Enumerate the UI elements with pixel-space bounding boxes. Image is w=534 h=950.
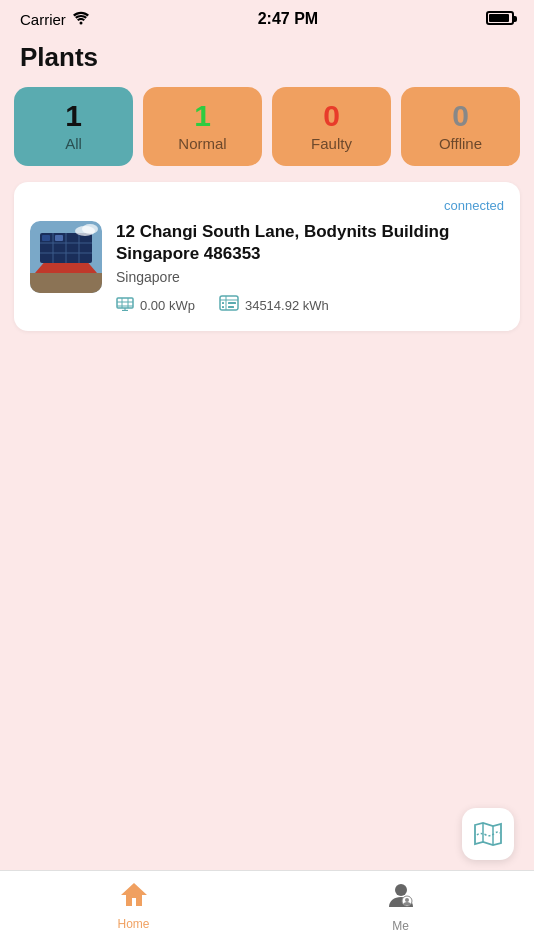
svg-rect-11 — [55, 235, 63, 241]
svg-point-31 — [395, 884, 407, 896]
home-label: Home — [117, 917, 149, 931]
plant-list: connected — [0, 182, 534, 331]
plant-info: 12 Changi South Lane, Bodynits Building … — [116, 221, 504, 315]
plant-location: Singapore — [116, 269, 504, 285]
capacity-stat: 0.00 kWp — [116, 295, 195, 315]
svg-marker-30 — [121, 883, 147, 906]
energy-stat: 34514.92 kWh — [219, 295, 329, 315]
status-bar: Carrier 2:47 PM — [0, 0, 534, 34]
faulty-count: 0 — [323, 101, 340, 131]
filter-tiles: 1 All 1 Normal 0 Faulty 0 Offline — [0, 87, 534, 182]
svg-rect-25 — [228, 306, 234, 308]
tab-bar: Home Me — [0, 870, 534, 950]
time-display: 2:47 PM — [258, 10, 318, 28]
page-title: Plants — [20, 42, 514, 73]
filter-tile-all[interactable]: 1 All — [14, 87, 133, 166]
svg-rect-27 — [222, 306, 224, 308]
normal-count: 1 — [194, 101, 211, 131]
svg-rect-24 — [228, 302, 236, 304]
svg-point-13 — [82, 224, 98, 234]
connected-badge: connected — [444, 198, 504, 213]
tab-home[interactable]: Home — [0, 881, 267, 931]
offline-label: Offline — [439, 135, 482, 152]
fab-area — [462, 808, 514, 860]
plant-name: 12 Changi South Lane, Bodynits Building … — [116, 221, 504, 265]
all-label: All — [65, 135, 82, 152]
me-label: Me — [392, 919, 409, 933]
normal-label: Normal — [178, 135, 226, 152]
svg-rect-10 — [42, 235, 50, 241]
plant-card[interactable]: connected — [14, 182, 520, 331]
svg-rect-26 — [222, 302, 224, 304]
plant-image — [30, 221, 102, 293]
energy-icon — [219, 295, 239, 315]
home-icon — [120, 881, 148, 914]
me-icon — [387, 881, 415, 916]
carrier-wifi: Carrier — [20, 11, 90, 28]
plant-stats: 0.00 kWp — [116, 295, 504, 315]
page-header: Plants — [0, 34, 534, 87]
svg-point-0 — [79, 21, 82, 24]
all-count: 1 — [65, 101, 82, 131]
filter-tile-normal[interactable]: 1 Normal — [143, 87, 262, 166]
wifi-icon — [72, 11, 90, 28]
plant-card-body: 12 Changi South Lane, Bodynits Building … — [30, 221, 504, 315]
capacity-icon — [116, 295, 134, 315]
energy-value: 34514.92 kWh — [245, 298, 329, 313]
svg-point-33 — [405, 898, 409, 902]
offline-count: 0 — [452, 101, 469, 131]
capacity-value: 0.00 kWp — [140, 298, 195, 313]
svg-rect-2 — [30, 273, 102, 293]
filter-tile-faulty[interactable]: 0 Faulty — [272, 87, 391, 166]
plant-card-header: connected — [30, 198, 504, 213]
tab-me[interactable]: Me — [267, 881, 534, 933]
filter-tile-offline[interactable]: 0 Offline — [401, 87, 520, 166]
faulty-label: Faulty — [311, 135, 352, 152]
map-fab-button[interactable] — [462, 808, 514, 860]
battery-indicator — [486, 11, 514, 28]
carrier-label: Carrier — [20, 11, 66, 28]
